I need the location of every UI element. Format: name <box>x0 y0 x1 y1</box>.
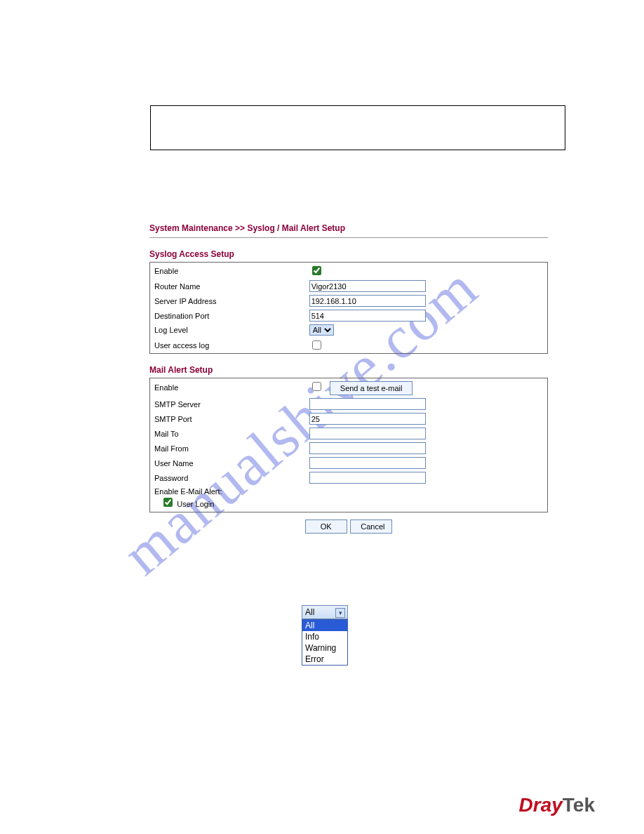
enable-email-alert-label: Enable E-Mail Alert: <box>154 487 222 496</box>
smtp-port-label: SMTP Port <box>150 411 305 426</box>
router-config-screenshot: System Maintenance >> Syslog / Mail Aler… <box>149 223 548 534</box>
cancel-button[interactable]: Cancel <box>350 519 392 534</box>
mail-from-input[interactable] <box>309 442 426 454</box>
divider <box>149 237 548 238</box>
smtp-server-input[interactable] <box>309 398 426 410</box>
brand-logo: DrayTek <box>519 794 595 816</box>
router-name-label: Router Name <box>150 279 305 293</box>
syslog-enable-checkbox[interactable] <box>312 266 321 275</box>
mail-table: Enable Send a test e-mail SMTP Server SM… <box>149 378 548 512</box>
dropdown-option-info[interactable]: Info <box>302 631 347 642</box>
log-level-select[interactable]: All <box>309 324 334 336</box>
brand-dray: Dray <box>519 794 563 816</box>
dest-port-label: Destination Port <box>150 308 305 323</box>
dropdown-selected-text: All <box>305 607 314 617</box>
smtp-server-label: SMTP Server <box>150 397 305 411</box>
password-input[interactable] <box>309 472 426 484</box>
user-access-log-checkbox[interactable] <box>312 340 321 350</box>
send-test-email-button[interactable]: Send a test e-mail <box>330 381 413 395</box>
server-ip-label: Server IP Address <box>150 293 305 308</box>
syslog-section-title: Syslog Access Setup <box>149 249 548 259</box>
dropdown-option-warning[interactable]: Warning <box>302 642 347 654</box>
server-ip-input[interactable] <box>309 295 426 307</box>
router-name-input[interactable] <box>309 280 426 292</box>
mail-to-input[interactable] <box>309 428 426 439</box>
brand-tek: Tek <box>563 794 595 816</box>
empty-note-box <box>150 105 565 150</box>
dropdown-selected[interactable]: All ▾ <box>302 605 348 619</box>
log-level-label: Log Level <box>150 323 305 337</box>
user-access-log-label: User access log <box>150 337 305 354</box>
user-name-input[interactable] <box>309 457 426 469</box>
mail-enable-label: Enable <box>150 378 305 397</box>
dest-port-input[interactable] <box>309 310 426 322</box>
password-label: Password <box>150 470 305 485</box>
dropdown-option-error[interactable]: Error <box>302 654 347 665</box>
user-name-label: User Name <box>150 456 305 470</box>
mail-section-title: Mail Alert Setup <box>149 365 548 375</box>
smtp-port-input[interactable] <box>309 413 426 425</box>
enable-label: Enable <box>150 263 305 279</box>
ok-button[interactable]: OK <box>305 519 347 534</box>
breadcrumb: System Maintenance >> Syslog / Mail Aler… <box>149 223 548 233</box>
chevron-down-icon: ▾ <box>335 608 345 618</box>
syslog-table: Enable Router Name Server IP Address Des… <box>149 262 548 354</box>
user-login-label: User Login <box>177 500 214 508</box>
dropdown-option-all[interactable]: All <box>302 620 347 631</box>
mail-from-label: Mail From <box>150 441 305 456</box>
mail-enable-checkbox[interactable] <box>312 382 321 391</box>
log-level-dropdown-expanded: All ▾ All Info Warning Error <box>302 605 348 666</box>
dropdown-list: All Info Warning Error <box>302 619 348 666</box>
mail-to-label: Mail To <box>150 426 305 441</box>
user-login-checkbox[interactable] <box>163 498 173 507</box>
